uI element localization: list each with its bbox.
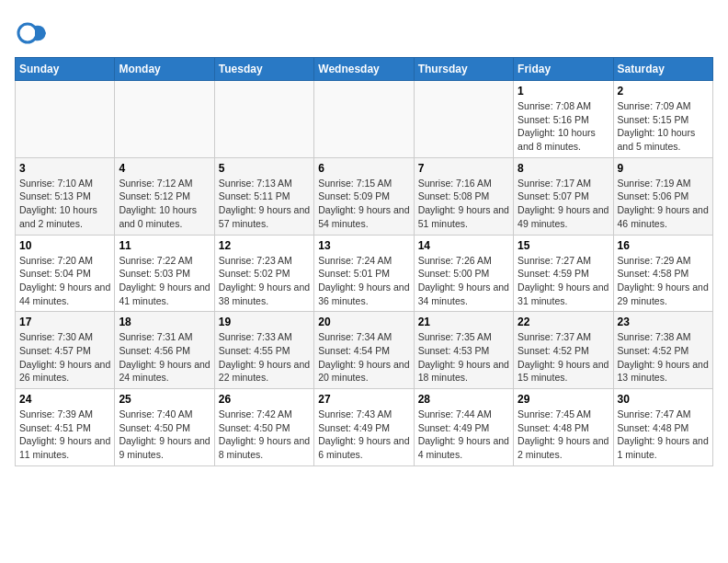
- calendar-cell: [115, 81, 214, 158]
- calendar-cell: 1Sunrise: 7:08 AM Sunset: 5:16 PM Daylig…: [514, 81, 613, 158]
- day-info: Sunrise: 7:26 AM Sunset: 5:00 PM Dayligh…: [418, 254, 509, 308]
- day-info: Sunrise: 7:35 AM Sunset: 4:53 PM Dayligh…: [418, 330, 509, 385]
- day-info: Sunrise: 7:27 AM Sunset: 4:59 PM Dayligh…: [518, 254, 609, 308]
- weekday-header: Thursday: [414, 58, 513, 81]
- calendar-cell: 16Sunrise: 7:29 AM Sunset: 4:58 PM Dayli…: [613, 235, 712, 312]
- calendar-cell: 11Sunrise: 7:22 AM Sunset: 5:03 PM Dayli…: [115, 235, 214, 312]
- day-number: 17: [19, 316, 110, 328]
- day-info: Sunrise: 7:47 AM Sunset: 4:48 PM Dayligh…: [618, 408, 709, 462]
- header: [15, 15, 713, 50]
- calendar-cell: 20Sunrise: 7:34 AM Sunset: 4:54 PM Dayli…: [314, 312, 414, 389]
- day-info: Sunrise: 7:39 AM Sunset: 4:51 PM Dayligh…: [19, 408, 110, 462]
- day-number: 19: [219, 316, 310, 328]
- day-number: 14: [418, 239, 509, 252]
- logo: [15, 15, 53, 50]
- calendar-cell: 26Sunrise: 7:42 AM Sunset: 4:50 PM Dayli…: [214, 389, 313, 466]
- calendar-cell: 29Sunrise: 7:45 AM Sunset: 4:48 PM Dayli…: [514, 389, 613, 466]
- day-info: Sunrise: 7:16 AM Sunset: 5:08 PM Dayligh…: [418, 177, 509, 231]
- calendar-week-row: 10Sunrise: 7:20 AM Sunset: 5:04 PM Dayli…: [16, 235, 713, 312]
- calendar-week-row: 1Sunrise: 7:08 AM Sunset: 5:16 PM Daylig…: [16, 81, 713, 158]
- day-number: 15: [518, 239, 609, 252]
- day-info: Sunrise: 7:37 AM Sunset: 4:52 PM Dayligh…: [518, 330, 609, 385]
- day-info: Sunrise: 7:42 AM Sunset: 4:50 PM Dayligh…: [219, 408, 310, 462]
- day-info: Sunrise: 7:08 AM Sunset: 5:16 PM Dayligh…: [518, 99, 609, 154]
- calendar-cell: 13Sunrise: 7:24 AM Sunset: 5:01 PM Dayli…: [314, 235, 414, 312]
- day-number: 29: [518, 393, 609, 406]
- weekday-header: Friday: [514, 58, 613, 81]
- day-number: 27: [318, 393, 409, 406]
- calendar-cell: 7Sunrise: 7:16 AM Sunset: 5:08 PM Daylig…: [414, 157, 513, 235]
- calendar-cell: 18Sunrise: 7:31 AM Sunset: 4:56 PM Dayli…: [115, 312, 214, 389]
- day-number: 21: [418, 316, 509, 328]
- calendar-cell: 22Sunrise: 7:37 AM Sunset: 4:52 PM Dayli…: [514, 312, 613, 389]
- day-info: Sunrise: 7:10 AM Sunset: 5:13 PM Dayligh…: [19, 177, 110, 231]
- day-number: 8: [518, 162, 609, 175]
- day-number: 7: [418, 162, 509, 175]
- day-info: Sunrise: 7:09 AM Sunset: 5:15 PM Dayligh…: [618, 99, 709, 154]
- weekday-header: Monday: [115, 58, 214, 81]
- calendar-cell: [214, 81, 313, 158]
- day-number: 18: [119, 316, 210, 328]
- weekday-header: Tuesday: [214, 58, 313, 81]
- day-info: Sunrise: 7:30 AM Sunset: 4:57 PM Dayligh…: [19, 330, 110, 385]
- day-number: 4: [119, 162, 210, 175]
- calendar: SundayMondayTuesdayWednesdayThursdayFrid…: [15, 57, 713, 466]
- day-number: 16: [618, 239, 709, 252]
- weekday-header: Saturday: [613, 58, 712, 81]
- day-number: 11: [119, 239, 210, 252]
- calendar-cell: 12Sunrise: 7:23 AM Sunset: 5:02 PM Dayli…: [214, 235, 313, 312]
- day-number: 3: [19, 162, 110, 175]
- calendar-cell: 9Sunrise: 7:19 AM Sunset: 5:06 PM Daylig…: [613, 157, 712, 235]
- day-number: 22: [518, 316, 609, 328]
- day-number: 10: [19, 239, 110, 252]
- day-info: Sunrise: 7:44 AM Sunset: 4:49 PM Dayligh…: [418, 408, 509, 462]
- day-info: Sunrise: 7:22 AM Sunset: 5:03 PM Dayligh…: [119, 254, 210, 308]
- svg-point-0: [18, 24, 37, 42]
- calendar-cell: 19Sunrise: 7:33 AM Sunset: 4:55 PM Dayli…: [214, 312, 313, 389]
- calendar-body: 1Sunrise: 7:08 AM Sunset: 5:16 PM Daylig…: [16, 81, 713, 466]
- calendar-week-row: 17Sunrise: 7:30 AM Sunset: 4:57 PM Dayli…: [16, 312, 713, 389]
- day-info: Sunrise: 7:13 AM Sunset: 5:11 PM Dayligh…: [219, 177, 310, 231]
- day-number: 23: [618, 316, 709, 328]
- day-number: 24: [19, 393, 110, 406]
- calendar-cell: 10Sunrise: 7:20 AM Sunset: 5:04 PM Dayli…: [16, 235, 115, 312]
- day-info: Sunrise: 7:33 AM Sunset: 4:55 PM Dayligh…: [219, 330, 310, 385]
- logo-icon: [15, 15, 50, 50]
- day-number: 26: [219, 393, 310, 406]
- day-info: Sunrise: 7:40 AM Sunset: 4:50 PM Dayligh…: [119, 408, 210, 462]
- day-number: 13: [318, 239, 409, 252]
- calendar-cell: 8Sunrise: 7:17 AM Sunset: 5:07 PM Daylig…: [514, 157, 613, 235]
- calendar-cell: [414, 81, 513, 158]
- day-info: Sunrise: 7:12 AM Sunset: 5:12 PM Dayligh…: [119, 177, 210, 231]
- calendar-week-row: 24Sunrise: 7:39 AM Sunset: 4:51 PM Dayli…: [16, 389, 713, 466]
- weekday-header: Wednesday: [314, 58, 414, 81]
- day-number: 25: [119, 393, 210, 406]
- calendar-cell: 30Sunrise: 7:47 AM Sunset: 4:48 PM Dayli…: [613, 389, 712, 466]
- calendar-cell: [314, 81, 414, 158]
- calendar-cell: 2Sunrise: 7:09 AM Sunset: 5:15 PM Daylig…: [613, 81, 712, 158]
- calendar-cell: 27Sunrise: 7:43 AM Sunset: 4:49 PM Dayli…: [314, 389, 414, 466]
- calendar-cell: 17Sunrise: 7:30 AM Sunset: 4:57 PM Dayli…: [16, 312, 115, 389]
- calendar-cell: [16, 81, 115, 158]
- day-info: Sunrise: 7:19 AM Sunset: 5:06 PM Dayligh…: [618, 177, 709, 231]
- day-number: 28: [418, 393, 509, 406]
- day-info: Sunrise: 7:38 AM Sunset: 4:52 PM Dayligh…: [618, 330, 709, 385]
- day-info: Sunrise: 7:43 AM Sunset: 4:49 PM Dayligh…: [318, 408, 409, 462]
- calendar-cell: 25Sunrise: 7:40 AM Sunset: 4:50 PM Dayli…: [115, 389, 214, 466]
- day-info: Sunrise: 7:31 AM Sunset: 4:56 PM Dayligh…: [119, 330, 210, 385]
- calendar-week-row: 3Sunrise: 7:10 AM Sunset: 5:13 PM Daylig…: [16, 157, 713, 235]
- calendar-header-row: SundayMondayTuesdayWednesdayThursdayFrid…: [16, 58, 713, 81]
- day-number: 1: [518, 85, 609, 98]
- day-info: Sunrise: 7:23 AM Sunset: 5:02 PM Dayligh…: [219, 254, 310, 308]
- day-number: 2: [618, 85, 709, 98]
- day-info: Sunrise: 7:45 AM Sunset: 4:48 PM Dayligh…: [518, 408, 609, 462]
- calendar-cell: 23Sunrise: 7:38 AM Sunset: 4:52 PM Dayli…: [613, 312, 712, 389]
- calendar-cell: 28Sunrise: 7:44 AM Sunset: 4:49 PM Dayli…: [414, 389, 513, 466]
- day-info: Sunrise: 7:15 AM Sunset: 5:09 PM Dayligh…: [318, 177, 409, 231]
- day-number: 9: [618, 162, 709, 175]
- day-info: Sunrise: 7:17 AM Sunset: 5:07 PM Dayligh…: [518, 177, 609, 231]
- calendar-cell: 5Sunrise: 7:13 AM Sunset: 5:11 PM Daylig…: [214, 157, 313, 235]
- day-number: 6: [318, 162, 409, 175]
- calendar-cell: 24Sunrise: 7:39 AM Sunset: 4:51 PM Dayli…: [16, 389, 115, 466]
- calendar-cell: 4Sunrise: 7:12 AM Sunset: 5:12 PM Daylig…: [115, 157, 214, 235]
